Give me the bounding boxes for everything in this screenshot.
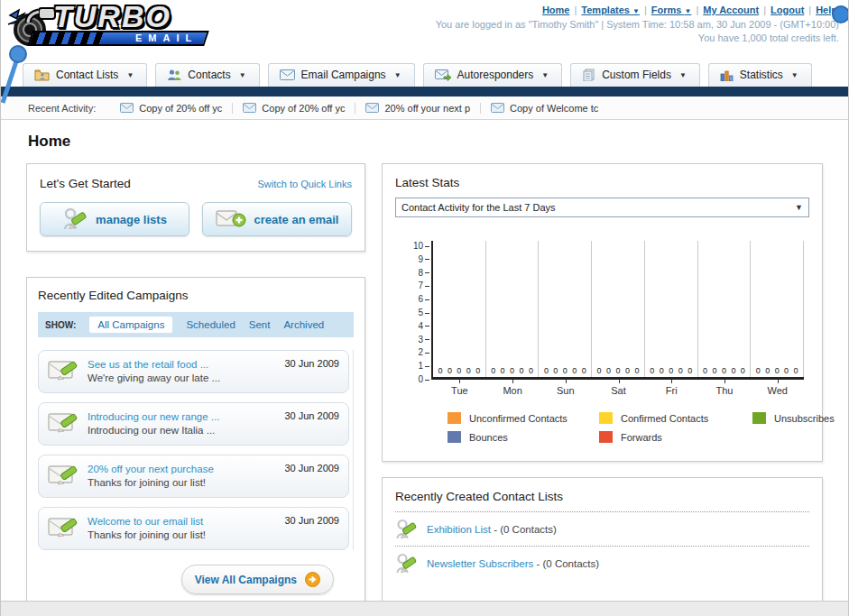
tab-email-campaigns[interactable]: Email Campaigns ▼ — [268, 63, 415, 87]
chart-plot-area: 00000 00000 00000 00000 00000 00000 0000… — [431, 241, 804, 380]
nav-divider-bar — [1, 87, 848, 97]
create-an-email-button[interactable]: create an email — [202, 202, 352, 236]
recent-activity-label: Recent Activity: — [28, 103, 96, 114]
legend-item: Bounces — [448, 431, 599, 443]
data-label: 0 — [650, 366, 654, 375]
legend-swatch-icon — [599, 431, 613, 443]
tab-statistics[interactable]: Statistics ▼ — [708, 63, 812, 87]
data-label: 0 — [756, 366, 761, 375]
y-tick-label: 6 — [418, 295, 429, 304]
x-tick-label: Sun — [539, 380, 592, 396]
menu-link-my-account[interactable]: My Account — [703, 5, 759, 15]
campaign-card[interactable]: Welcome to our email list Thanks for joi… — [38, 507, 349, 550]
contact-list-item[interactable]: Newsletter Subscribers - (0 Contacts) — [395, 547, 809, 580]
filter-all-campaigns[interactable]: All Campaigns — [89, 317, 172, 333]
data-label: 0 — [475, 366, 480, 375]
data-label: 0 — [731, 366, 735, 375]
tab-contacts[interactable]: Contacts ▼ — [155, 63, 259, 87]
x-tick-label: Fri — [645, 380, 698, 396]
create-email-icon — [216, 208, 246, 230]
chevron-down-icon: ▼ — [632, 7, 640, 15]
x-tick-label: Wed — [751, 380, 804, 396]
contact-list-item[interactable]: Exhibition List - (0 Contacts) — [395, 512, 809, 546]
data-label: 0 — [703, 366, 707, 375]
data-label: 0 — [501, 366, 505, 375]
custom-fields-icon — [582, 69, 595, 81]
menu-link-templates[interactable]: Templates ▼ — [581, 5, 640, 15]
y-tick-label: 7 — [418, 281, 429, 290]
switch-quick-links-link[interactable]: Switch to Quick Links — [257, 179, 352, 189]
main-content: Home Let's Get Started Switch to Quick L… — [1, 120, 848, 616]
view-all-campaigns-button[interactable]: View All Campaigns — [181, 565, 334, 594]
campaign-title-link[interactable]: Introducing our new range ... — [88, 410, 270, 424]
campaign-date: 30 Jun 2009 — [284, 515, 339, 526]
campaign-title-link[interactable]: Welcome to our email list — [88, 515, 270, 529]
legend-item: Unconfirmed Contacts — [448, 412, 599, 424]
chevron-down-icon: ▼ — [795, 203, 803, 212]
chart-category-column: 00000 — [645, 241, 698, 377]
data-label: 0 — [794, 366, 798, 375]
chevron-down-icon: ▼ — [684, 7, 691, 15]
campaign-title-link[interactable]: See us at the retail food ... — [88, 358, 270, 372]
recent-activity-item[interactable]: 20% off your next p — [355, 103, 480, 114]
legend-item: Forwards — [599, 431, 752, 443]
data-label: 0 — [448, 366, 452, 375]
campaign-list: See us at the retail food ... We're givi… — [38, 350, 354, 550]
contact-activity-chart: 012345678910 00000 00000 00000 00000 000… — [408, 241, 804, 443]
recent-activity-item[interactable]: Copy of 20% off yc — [110, 103, 232, 114]
campaign-edit-icon — [48, 515, 78, 538]
menu-link-logout[interactable]: Logout — [771, 5, 804, 15]
tab-custom-fields[interactable]: Custom Fields ▼ — [570, 63, 700, 87]
chart-category-column: 00000 — [751, 241, 804, 377]
tab-contact-lists[interactable]: Contact Lists ▼ — [23, 63, 147, 87]
campaign-card[interactable]: Introducing our new range ... Introducin… — [38, 402, 349, 446]
data-label: 0 — [529, 366, 533, 375]
help-bubble-icon[interactable] — [832, 5, 849, 23]
y-tick-label: 2 — [418, 348, 429, 357]
app-window: TURBO EMAIL Home|Templates ▼|Forms ▼|My … — [0, 0, 849, 616]
chevron-down-icon: ▼ — [679, 71, 687, 79]
campaign-subject: Thanks for joining our list! — [88, 529, 270, 542]
filter-sent[interactable]: Sent — [249, 319, 271, 330]
logo-word-email: EMAIL — [135, 32, 198, 44]
chevron-down-icon: ▼ — [126, 71, 134, 79]
menu-link-home[interactable]: Home — [542, 5, 570, 15]
filter-archived[interactable]: Archived — [283, 319, 324, 330]
envelope-icon — [120, 103, 134, 113]
campaign-title-link[interactable]: 20% off your next purchase — [88, 463, 270, 476]
page-title: Home — [28, 133, 823, 151]
x-tick-label: Mon — [486, 380, 540, 396]
tab-autoresponders[interactable]: Autoresponders ▼ — [423, 63, 563, 87]
campaign-date: 30 Jun 2009 — [284, 410, 339, 421]
data-label: 0 — [765, 366, 770, 375]
recent-activity-item[interactable]: Copy of 20% off yc — [232, 103, 355, 114]
contact-list-link[interactable]: Exhibition List — [427, 524, 491, 535]
get-started-title: Let's Get Started — [40, 177, 131, 190]
manage-lists-button[interactable]: manage lists — [40, 202, 189, 236]
campaign-card[interactable]: 20% off your next purchase Thanks for jo… — [38, 455, 349, 498]
stats-report-select[interactable]: Contact Activity for the Last 7 Days ▼ — [395, 198, 809, 217]
contact-list-count: - (0 Contacts) — [494, 524, 557, 535]
envelope-icon — [365, 103, 379, 113]
campaign-edit-icon — [48, 358, 78, 382]
campaign-subject: Introducing our new Italia ... — [88, 424, 270, 437]
y-tick-label: 1 — [418, 362, 429, 371]
data-label: 0 — [491, 366, 495, 375]
y-tick-label: 3 — [418, 336, 429, 345]
logo-word-turbo: TURBO — [53, 3, 207, 30]
data-label: 0 — [634, 366, 639, 375]
campaign-edit-icon — [48, 410, 78, 434]
menu-link-forms[interactable]: Forms ▼ — [651, 5, 692, 15]
chart-category-column: 00000 — [698, 241, 752, 377]
campaigns-title: Recently Edited Campaigns — [38, 289, 354, 302]
data-label: 0 — [438, 366, 442, 375]
data-label: 0 — [510, 366, 514, 375]
recent-activity-item[interactable]: Copy of Welcome tc — [480, 103, 608, 114]
campaign-card[interactable]: See us at the retail food ... We're givi… — [38, 350, 349, 393]
contact-lists-title: Recently Created Contact Lists — [395, 490, 809, 503]
envelope-icon — [491, 103, 504, 113]
data-label: 0 — [553, 366, 558, 375]
header-right: Home|Templates ▼|Forms ▼|My Account|Logo… — [436, 4, 839, 45]
filter-scheduled[interactable]: Scheduled — [186, 319, 235, 330]
contact-list-link[interactable]: Newsletter Subscribers — [427, 558, 533, 569]
